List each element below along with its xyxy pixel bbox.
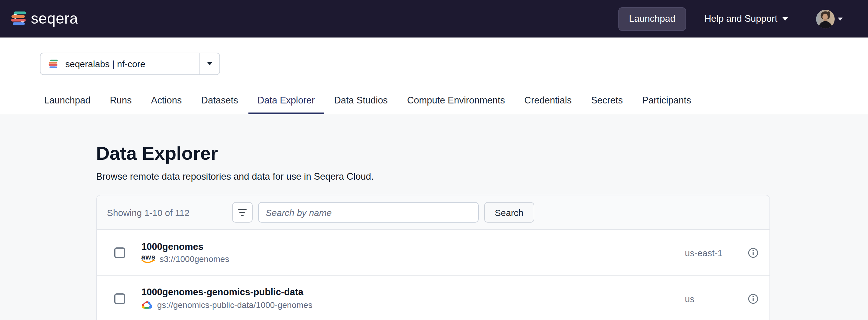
tab-launchpad[interactable]: Launchpad — [35, 88, 99, 114]
table-row[interactable]: 1000genomes aws s3://1000genomes us-east… — [97, 230, 770, 276]
table-toolbar: Showing 1-10 of 112 Search — [97, 195, 770, 230]
bucket-region: us-east-1 — [685, 248, 723, 258]
bucket-uri: s3://1000genomes — [160, 254, 229, 264]
workspace-selector[interactable]: seqeralabs | nf-core — [40, 53, 220, 75]
row-checkbox[interactable] — [114, 293, 125, 304]
page-subtitle: Browse remote data repositories and data… — [96, 171, 868, 182]
bucket-name[interactable]: 1000genomes — [142, 241, 229, 252]
filter-button[interactable] — [232, 202, 252, 223]
results-count: Showing 1-10 of 112 — [107, 207, 189, 217]
top-navbar: seqera Launchpad Help and Support — [0, 0, 868, 37]
help-and-support-menu[interactable]: Help and Support — [705, 13, 788, 24]
tab-data-studios[interactable]: Data Studios — [325, 88, 397, 114]
user-menu[interactable] — [816, 9, 843, 28]
bucket-cell: 1000genomes aws s3://1000genomes — [142, 241, 229, 264]
launchpad-button[interactable]: Launchpad — [618, 7, 686, 31]
seqera-logo-icon — [11, 11, 27, 27]
bucket-name[interactable]: 1000genomes-genomics-public-data — [142, 286, 312, 297]
data-explorer-table: Showing 1-10 of 112 Search 1000genomes a… — [96, 195, 770, 320]
bucket-region: us — [685, 293, 694, 304]
bucket-uri-line: aws s3://1000genomes — [142, 254, 229, 264]
brand-wordmark: seqera — [31, 9, 78, 27]
main-content: Data Explorer Browse remote data reposit… — [0, 114, 868, 320]
bucket-cell: 1000genomes-genomics-public-data — [142, 286, 312, 311]
info-icon[interactable] — [748, 293, 758, 304]
table-row[interactable]: 1000genomes-genomics-public-data — [97, 276, 770, 320]
search-button[interactable]: Search — [484, 202, 534, 223]
chevron-down-icon — [782, 17, 788, 21]
workspace-header: seqeralabs | nf-core Launchpad Runs Acti… — [0, 37, 868, 114]
tab-actions[interactable]: Actions — [142, 88, 191, 114]
chevron-down-icon — [838, 17, 843, 20]
google-cloud-icon — [142, 299, 153, 311]
seqera-brand[interactable]: seqera — [11, 10, 78, 27]
tab-secrets[interactable]: Secrets — [582, 88, 632, 114]
workspace-logo-icon — [49, 59, 58, 69]
tab-data-explorer[interactable]: Data Explorer — [248, 88, 324, 114]
workspace-selected-label: seqeralabs | nf-core — [65, 59, 145, 69]
chevron-down-icon — [207, 62, 212, 65]
tab-compute-environments[interactable]: Compute Environments — [398, 88, 514, 114]
page-title: Data Explorer — [96, 144, 868, 163]
tab-credentials[interactable]: Credentials — [515, 88, 581, 114]
tab-participants[interactable]: Participants — [633, 88, 700, 114]
row-checkbox[interactable] — [114, 247, 125, 258]
tab-datasets[interactable]: Datasets — [192, 88, 247, 114]
aws-icon: aws — [142, 254, 155, 264]
bucket-uri: gs://genomics-public-data/1000-genomes — [157, 300, 312, 310]
app: seqera Launchpad Help and Support — [0, 0, 868, 320]
avatar[interactable] — [816, 9, 835, 28]
info-icon[interactable] — [748, 247, 758, 258]
workspace-dropdown-toggle[interactable] — [199, 53, 219, 75]
help-and-support-label: Help and Support — [705, 13, 777, 24]
navbar-right: Launchpad Help and Support — [618, 7, 843, 31]
search-input[interactable] — [258, 202, 478, 223]
tab-runs[interactable]: Runs — [101, 88, 141, 114]
workspace-tabs: Launchpad Runs Actions Datasets Data Exp… — [0, 88, 868, 114]
filter-icon — [238, 208, 246, 210]
bucket-uri-line: gs://genomics-public-data/1000-genomes — [142, 299, 312, 311]
